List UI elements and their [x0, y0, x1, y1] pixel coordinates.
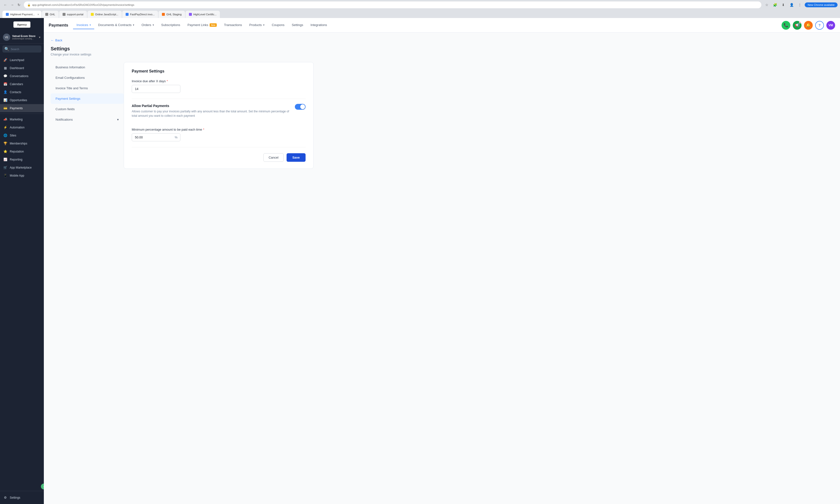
sidebar-item-contacts[interactable]: 👤 Contacts	[0, 88, 44, 96]
tab-coupons[interactable]: Coupons	[268, 21, 288, 29]
tab-transactions[interactable]: Transactions	[221, 21, 245, 29]
opportunities-icon: 📊	[3, 98, 7, 102]
browser-tabs: Highlevel Payment... ✕ GHL support-porta…	[0, 10, 840, 18]
tab-favicon	[6, 13, 9, 16]
payments-icon: 💳	[3, 106, 7, 110]
browser-nav-buttons: ← → ↻	[2, 2, 22, 8]
back-link[interactable]: ← Back	[51, 38, 833, 42]
sidebar-item-marketing[interactable]: 📣 Marketing	[0, 115, 44, 123]
chevron-down-icon: ▾	[133, 23, 134, 26]
bookmark-button[interactable]: ☆	[763, 1, 770, 8]
search-input[interactable]	[11, 48, 44, 51]
sidebar-item-label: Dashboard	[10, 67, 24, 70]
tab-payment-links[interactable]: Payment Links New	[184, 21, 220, 29]
phone-button[interactable]: 📞	[782, 21, 790, 30]
cancel-button[interactable]: Cancel	[263, 153, 284, 162]
broadcast-button[interactable]: 📢	[793, 21, 802, 30]
sidebar-item-label: Payments	[10, 107, 23, 110]
sidebar-item-opportunities[interactable]: 📊 Opportunities	[0, 96, 44, 104]
sidebar-item-memberships[interactable]: 🏆 Memberships	[0, 139, 44, 147]
sidebar-item-reporting[interactable]: 📈 Reporting	[0, 156, 44, 163]
profile-button[interactable]: 👤	[788, 1, 795, 8]
launchpad-icon: 🚀	[3, 58, 7, 62]
chevron-down-icon: ▾	[263, 23, 264, 26]
sidebar-item-conversations[interactable]: 💬 Conversations	[0, 72, 44, 80]
chevron-down-icon: ▾	[117, 118, 119, 121]
mobile-app-icon: 📱	[3, 174, 7, 177]
sidebar-item-label: Reputation	[10, 150, 24, 153]
tab-label: HighLevel Certific...	[193, 13, 217, 16]
sidebar-item-label: Memberships	[10, 142, 27, 145]
user-avatar[interactable]: VM	[826, 21, 835, 30]
sidebar-item-dashboard[interactable]: ▦ Dashboard	[0, 64, 44, 72]
extensions-button[interactable]: 🧩	[772, 1, 778, 8]
sidebar-item-mobile-app[interactable]: 📱 Mobile App	[0, 172, 44, 180]
sidebar-item-label: App Marketplace	[10, 166, 32, 169]
card-footer: Cancel Save	[132, 147, 306, 162]
tab-close[interactable]: ✕	[37, 13, 39, 16]
address-bar[interactable]: 🔒 app.gohighlevel.com/v2/location/1nFbv5…	[24, 1, 761, 8]
required-star: *	[203, 128, 204, 131]
sidebar-item-sites[interactable]: 🌐 Sites	[0, 131, 44, 139]
browser-tab-ghl[interactable]: GHL	[42, 11, 59, 18]
settings-nav-label: Custom fields	[55, 107, 75, 111]
sidebar-item-calendars[interactable]: 📅 Calendars	[0, 80, 44, 88]
sidebar-item-app-marketplace[interactable]: 🛒 App Marketplace	[0, 163, 44, 172]
tab-invoices[interactable]: Invoices ▾	[73, 21, 94, 29]
tab-subscriptions[interactable]: Subscriptions	[158, 21, 184, 29]
browser-tab-active[interactable]: Highlevel Payment... ✕	[2, 11, 41, 18]
tab-products[interactable]: Products ▾	[246, 21, 268, 29]
settings-nav-custom-fields[interactable]: Custom fields	[51, 104, 124, 114]
sidebar-item-launchpad[interactable]: 🚀 Launchpad	[0, 56, 44, 64]
allow-partial-toggle[interactable]	[295, 104, 306, 110]
settings-nav-invoice-title[interactable]: Invoice Title and Terms	[51, 83, 124, 93]
sidebar: Agency VE Vatsal Ecom Store Doloremque c…	[0, 18, 44, 504]
user-name: Vatsal Ecom Store	[12, 35, 36, 37]
settings-nav-email-config[interactable]: Email Configurations	[51, 72, 124, 83]
allow-partial-row: Allow Partial Payments Allows customer t…	[132, 99, 306, 123]
menu-button[interactable]: ⋮	[796, 1, 803, 8]
save-button[interactable]: Save	[287, 153, 306, 162]
automation-icon: ⚡	[3, 126, 7, 129]
refresh-button[interactable]: ↻	[16, 2, 22, 8]
settings-nav-business-info[interactable]: Business Information	[51, 62, 124, 72]
calendars-icon: 📅	[3, 82, 7, 86]
sidebar-item-label: Conversations	[10, 74, 29, 78]
tab-settings[interactable]: Settings	[288, 21, 307, 29]
browser-tab-cert[interactable]: HighLevel Certific...	[186, 11, 220, 18]
sidebar-bottom: ⚙ Settings	[0, 491, 44, 504]
notification-button[interactable]: 🔔	[804, 21, 813, 30]
tab-integrations[interactable]: Integrations	[307, 21, 330, 29]
min-percentage-input[interactable]	[132, 133, 181, 141]
help-button[interactable]: ?	[815, 21, 824, 30]
sidebar-nav: 🚀 Launchpad ▦ Dashboard 💬 Conversations …	[0, 54, 44, 491]
sidebar-search[interactable]: 🔍 ⌘K +	[2, 46, 41, 53]
browser-tab-js[interactable]: Online JavaScript...	[87, 11, 122, 18]
browser-tab-fp[interactable]: FastPayDirect invo...	[122, 11, 158, 18]
browser-tab-support[interactable]: support-portal	[59, 11, 87, 18]
memberships-icon: 🏆	[3, 142, 7, 145]
sidebar-item-automation[interactable]: ⚡ Automation	[0, 123, 44, 131]
new-chrome-badge[interactable]: New Chrome available	[805, 2, 838, 7]
sidebar-item-reputation[interactable]: ⭐ Reputation	[0, 147, 44, 156]
settings-nav-notifications[interactable]: Notifications ▾	[51, 114, 124, 125]
invoice-due-input[interactable]	[132, 85, 181, 93]
sidebar-item-label: Mobile App	[10, 174, 24, 177]
agency-badge[interactable]: Agency	[13, 21, 31, 28]
sidebar-item-payments[interactable]: 💳 Payments	[0, 104, 44, 112]
settings-nav-payment-settings[interactable]: Payment Settings	[51, 93, 124, 104]
forward-button[interactable]: →	[9, 2, 15, 8]
tab-documents[interactable]: Documents & Contracts ▾	[95, 21, 138, 29]
toggle-slider	[295, 104, 306, 110]
tab-orders[interactable]: Orders ▾	[138, 21, 157, 29]
download-button[interactable]: ⬇	[780, 1, 787, 8]
settings-nav-label: Invoice Title and Terms	[55, 86, 88, 90]
min-percentage-label: Minimum percentage amount to be paid eac…	[132, 128, 306, 131]
user-info: Vatsal Ecom Store Doloremque conseq...	[12, 35, 36, 40]
sidebar-item-settings[interactable]: ⚙ Settings	[0, 493, 44, 502]
toggle-title: Allow Partial Payments	[132, 104, 290, 108]
sidebar-user[interactable]: VE Vatsal Ecom Store Doloremque conseq..…	[0, 31, 44, 43]
back-button[interactable]: ←	[2, 2, 8, 8]
browser-tab-staging[interactable]: GHL Staging	[158, 11, 185, 18]
min-percentage-field: Minimum percentage amount to be paid eac…	[132, 128, 306, 141]
